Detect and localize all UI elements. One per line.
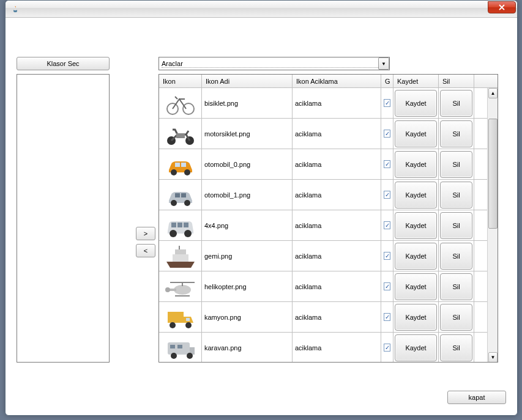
save-button[interactable]: Kaydet [395,90,437,117]
delete-button[interactable]: Sil [440,120,472,147]
name-cell[interactable]: motorsiklet.png [202,119,293,149]
close-button[interactable]: kapat [447,391,506,404]
table-row[interactable]: helikopter.pngaciklama✓KaydetSil [159,271,487,302]
save-button[interactable]: Kaydet [395,151,437,178]
move-right-button[interactable]: > [136,227,155,240]
save-button[interactable]: Kaydet [395,243,437,270]
icon-table: Ikon Ikon Adi Ikon Aciklama G Kaydet Sil… [158,74,498,363]
svg-point-34 [187,353,193,359]
save-button[interactable]: Kaydet [395,304,437,331]
icon-cell [159,333,202,363]
ship-icon [163,243,198,270]
delete-button[interactable]: Sil [440,212,472,239]
save-cell: Kaydet [393,302,439,332]
app-window: Klasor Sec Araclar ▼ > < Ikon Ikon Adi I… [5,0,518,416]
table-row[interactable]: bisiklet.pngaciklama✓KaydetSil [159,88,487,119]
vertical-scrollbar[interactable]: ▲ ▼ [487,88,498,363]
desc-cell[interactable]: aciklama [293,333,381,363]
name-cell[interactable]: karavan.png [202,333,293,363]
car-orange-icon [163,151,198,178]
delete-button[interactable]: Sil [440,334,472,361]
th-desc[interactable]: Ikon Aciklama [293,75,381,87]
desc-cell[interactable]: aciklama [293,149,381,179]
name-cell[interactable]: kamyon.png [202,302,293,332]
th-g[interactable]: G [381,75,393,87]
svg-rect-7 [181,163,186,167]
java-icon [10,4,20,14]
checkbox[interactable]: ✓ [384,344,390,352]
checkbox-cell: ✓ [381,271,393,301]
checkbox[interactable]: ✓ [384,160,390,168]
checkbox[interactable]: ✓ [384,191,390,199]
category-combobox[interactable]: Araclar ▼ [158,57,390,70]
desc-cell[interactable]: aciklama [293,210,381,240]
titlebar[interactable] [6,1,517,18]
name-cell[interactable]: gemi.png [202,241,293,271]
save-cell: Kaydet [393,149,439,179]
table-row[interactable]: otomobil_1.pngaciklama✓KaydetSil [159,180,487,210]
name-cell[interactable]: otomobil_0.png [202,149,293,179]
desc-cell[interactable]: aciklama [293,271,381,301]
table-row[interactable]: gemi.pngaciklama✓KaydetSil [159,241,487,271]
desc-cell[interactable]: aciklama [293,241,381,271]
svg-point-8 [171,200,177,206]
scroll-thumb[interactable] [488,119,498,229]
window-close-button[interactable] [488,1,516,13]
save-button[interactable]: Kaydet [395,273,437,300]
name-cell[interactable]: helikopter.png [202,271,293,301]
checkbox[interactable]: ✓ [384,221,390,229]
table-row[interactable]: kamyon.pngaciklama✓KaydetSil [159,302,487,333]
checkbox-cell: ✓ [381,210,393,240]
chevron-down-icon[interactable]: ▼ [378,57,389,70]
truck-icon [163,304,198,331]
desc-cell[interactable]: aciklama [293,180,381,210]
delete-button[interactable]: Sil [440,304,472,331]
transfer-buttons: > < [136,227,155,257]
th-kaydet[interactable]: Kaydet [393,75,439,87]
desc-cell[interactable]: aciklama [293,119,381,149]
checkbox[interactable]: ✓ [384,99,390,107]
delete-button[interactable]: Sil [440,243,472,270]
save-button[interactable]: Kaydet [395,120,437,147]
desc-cell[interactable]: aciklama [293,88,381,118]
content-area: Klasor Sec Araclar ▼ > < Ikon Ikon Adi I… [17,25,506,404]
delete-button[interactable]: Sil [440,182,472,208]
scroll-down-icon[interactable]: ▼ [488,352,498,363]
icon-cell [159,88,202,118]
th-sil[interactable]: Sil [439,75,474,87]
th-icon[interactable]: Ikon [159,75,202,87]
name-cell[interactable]: bisiklet.png [202,88,293,118]
checkbox[interactable]: ✓ [384,252,390,260]
checkbox-cell: ✓ [381,241,393,271]
delete-cell: Sil [439,333,474,363]
delete-button[interactable]: Sil [440,151,472,178]
desc-cell[interactable]: aciklama [293,302,381,332]
table-row[interactable]: otomobil_0.pngaciklama✓KaydetSil [159,149,487,180]
th-name[interactable]: Ikon Adi [202,75,293,87]
scroll-up-icon[interactable]: ▲ [488,88,498,98]
name-cell[interactable]: otomobil_1.png [202,180,293,210]
svg-point-5 [184,169,190,175]
table-header: Ikon Ikon Adi Ikon Aciklama G Kaydet Sil [159,75,498,88]
folder-select-button[interactable]: Klasor Sec [17,57,110,70]
move-left-button[interactable]: < [136,244,155,257]
save-button[interactable]: Kaydet [395,212,437,239]
left-list-panel[interactable] [17,74,110,363]
name-cell[interactable]: 4x4.png [202,210,293,240]
table-row[interactable]: karavan.pngaciklama✓KaydetSil [159,333,487,363]
save-button[interactable]: Kaydet [395,182,437,208]
checkbox[interactable]: ✓ [384,130,390,138]
checkbox-cell: ✓ [381,180,393,210]
save-cell: Kaydet [393,241,439,271]
save-button[interactable]: Kaydet [395,334,437,361]
checkbox-cell: ✓ [381,333,393,363]
table-row[interactable]: 4x4.pngaciklama✓KaydetSil [159,210,487,241]
table-row[interactable]: motorsiklet.pngaciklama✓KaydetSil [159,119,487,149]
delete-cell: Sil [439,119,474,149]
checkbox[interactable]: ✓ [384,282,390,290]
svg-rect-16 [184,223,188,227]
save-cell: Kaydet [393,210,439,240]
delete-button[interactable]: Sil [440,90,472,117]
checkbox[interactable]: ✓ [384,313,390,321]
delete-button[interactable]: Sil [440,273,472,300]
